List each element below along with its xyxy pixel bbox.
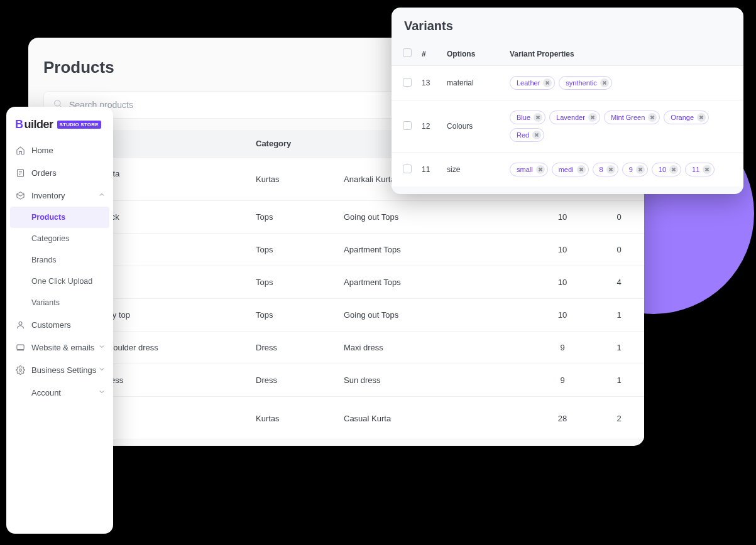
- product-count2: 2: [594, 397, 644, 440]
- chevron-down-icon: [98, 388, 106, 397]
- column-header-props[interactable]: Variant Properties: [505, 42, 743, 66]
- chip-label: synthentic: [566, 79, 597, 87]
- brand-logo[interactable]: Builder STUDIO STORE: [6, 118, 113, 139]
- close-icon[interactable]: [606, 165, 615, 174]
- close-icon[interactable]: [636, 165, 645, 174]
- sidebar-item-label: Categories: [31, 234, 69, 243]
- table-row[interactable]: Turqoise Off-the-shoulder dressDressMaxi…: [28, 332, 644, 364]
- variant-chip[interactable]: synthentic: [559, 76, 612, 90]
- product-count2: 0: [594, 234, 644, 266]
- sidebar-item-brands[interactable]: Brands: [6, 249, 113, 271]
- row-checkbox[interactable]: [403, 78, 412, 87]
- variant-option: Colours: [442, 100, 505, 153]
- chip-label: small: [517, 166, 533, 173]
- table-row[interactable]: Long-sleeved jersey topTopsGoing out Top…: [28, 299, 644, 332]
- sidebar-item-orders[interactable]: Orders: [6, 161, 113, 184]
- variant-chips: BlueLavenderMint GreenOrangeRed: [510, 111, 738, 142]
- column-header-num[interactable]: #: [417, 42, 442, 66]
- product-category: Tops: [248, 266, 336, 299]
- variant-chip[interactable]: 10: [652, 163, 681, 176]
- table-row[interactable]: Slim fitted TurtleneckTopsGoing out Tops…: [28, 201, 644, 234]
- variant-chip[interactable]: 9: [622, 163, 648, 176]
- brand-rest: uilder: [25, 118, 53, 131]
- variant-chip[interactable]: 8: [593, 163, 618, 176]
- sidebar-item-website-emails[interactable]: Website & emails: [6, 336, 113, 359]
- variants-table: # Options Variant Properties 13materialL…: [392, 42, 743, 186]
- column-header-checkbox[interactable]: [392, 42, 417, 66]
- sidebar-item-home[interactable]: Home: [6, 139, 113, 161]
- close-icon[interactable]: [697, 113, 706, 122]
- column-header-options[interactable]: Options: [442, 42, 505, 66]
- chip-label: 9: [629, 166, 633, 173]
- sidebar-item-variants[interactable]: Variants: [6, 292, 113, 313]
- variant-chip[interactable]: Red: [510, 128, 544, 142]
- column-header-category[interactable]: Category: [248, 130, 336, 158]
- sidebar-item-business-settings[interactable]: Business Settings: [6, 359, 113, 381]
- variant-chip[interactable]: Lavender: [549, 111, 600, 124]
- close-icon[interactable]: [669, 165, 678, 174]
- variant-chip[interactable]: medi: [552, 163, 589, 176]
- product-count2: 4: [594, 266, 644, 299]
- close-icon[interactable]: [577, 165, 586, 174]
- row-checkbox[interactable]: [403, 121, 412, 130]
- nav-icon: [15, 365, 25, 375]
- chip-label: Lavender: [556, 114, 585, 121]
- close-icon[interactable]: [543, 78, 552, 87]
- variant-chips: smallmedi891011: [510, 163, 738, 176]
- sidebar-item-label: One Click Upload: [31, 277, 92, 286]
- variant-chip[interactable]: Leather: [510, 76, 555, 90]
- product-count1: 28: [531, 397, 594, 440]
- product-category: Dress: [248, 364, 336, 397]
- table-row[interactable]: Oversized T- shirtTopsApartment Tops100: [28, 234, 644, 266]
- sidebar-item-one-click-upload[interactable]: One Click Upload: [6, 271, 113, 292]
- chip-label: medi: [559, 166, 574, 173]
- product-category: Tops: [248, 201, 336, 234]
- nav-icon: [15, 342, 25, 352]
- variant-chip[interactable]: small: [510, 163, 548, 176]
- sidebar-item-label: Variants: [31, 298, 60, 307]
- sidebar-item-inventory[interactable]: Inventory: [6, 184, 113, 207]
- close-icon[interactable]: [534, 113, 542, 122]
- table-row: 13materialLeathersynthentic: [392, 66, 743, 100]
- chip-label: Red: [517, 131, 529, 139]
- variant-chip[interactable]: Orange: [664, 111, 709, 124]
- brand-badge: STUDIO STORE: [57, 121, 101, 129]
- close-icon[interactable]: [600, 78, 609, 87]
- product-subcategory: Maxi dress: [336, 332, 531, 364]
- sidebar-item-products[interactable]: Products: [10, 207, 109, 228]
- variant-chip[interactable]: Blue: [510, 111, 545, 124]
- row-checkbox[interactable]: [403, 165, 412, 173]
- variant-chip[interactable]: 11: [685, 163, 715, 176]
- variant-chip[interactable]: Mint Green: [604, 111, 660, 124]
- product-category: Dress: [248, 332, 336, 364]
- sidebar: Builder STUDIO STORE HomeOrdersInventory…: [6, 107, 113, 534]
- sidebar-item-label: Home: [31, 146, 53, 155]
- product-subcategory: Going out Tops: [336, 299, 531, 332]
- close-icon[interactable]: [588, 113, 597, 122]
- chip-label: Leather: [517, 79, 540, 87]
- sidebar-item-label: Account: [31, 388, 61, 397]
- product-subcategory: Casual Kurta: [336, 397, 531, 440]
- chip-label: Blue: [517, 114, 530, 121]
- table-row: 11sizesmallmedi891011: [392, 153, 743, 187]
- table-row[interactable]: Pink Polka Shirt dressDressSun dress91: [28, 364, 644, 397]
- product-count1: 9: [531, 332, 594, 364]
- chip-label: 10: [659, 166, 666, 173]
- close-icon[interactable]: [648, 113, 657, 122]
- variants-title: Variants: [392, 19, 743, 42]
- variant-num: 12: [417, 100, 442, 153]
- table-row[interactable]: Printed Long kurtawith variantsKurtasCas…: [28, 397, 644, 440]
- table-row[interactable]: Tank topTopsApartment Tops104: [28, 266, 644, 299]
- close-icon[interactable]: [536, 165, 545, 174]
- close-icon[interactable]: [703, 165, 711, 174]
- table-row: 12ColoursBlueLavenderMint GreenOrangeRed: [392, 100, 743, 153]
- product-subcategory: Apartment Tops: [336, 234, 531, 266]
- product-category: Kurtas: [248, 397, 336, 440]
- close-icon[interactable]: [532, 131, 541, 139]
- product-category: Tops: [248, 299, 336, 332]
- sidebar-item-categories[interactable]: Categories: [6, 228, 113, 249]
- sidebar-item-account[interactable]: Account: [6, 381, 113, 404]
- nav-icon: [15, 168, 25, 178]
- product-count1: 10: [531, 299, 594, 332]
- sidebar-item-customers[interactable]: Customers: [6, 313, 113, 336]
